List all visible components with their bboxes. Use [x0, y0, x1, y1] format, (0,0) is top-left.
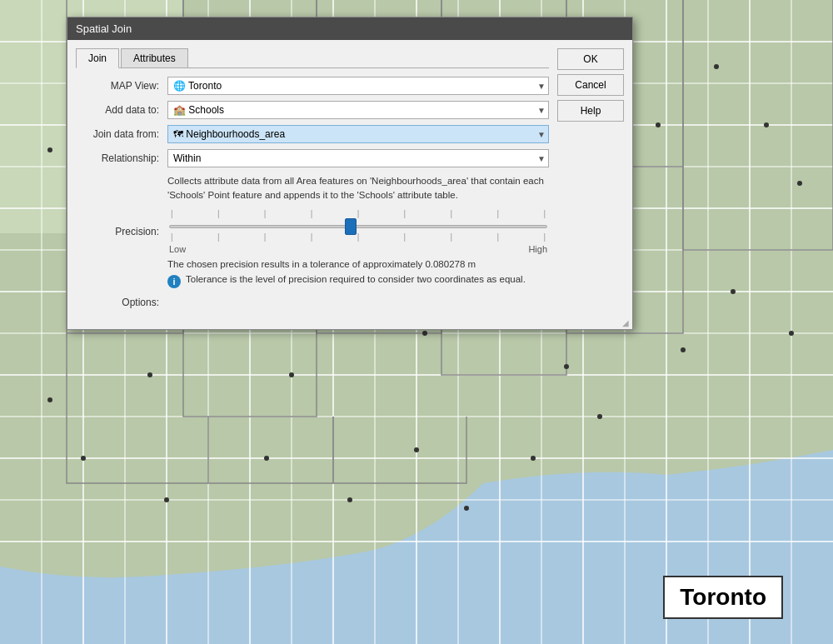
- slider-thumb[interactable]: [345, 218, 357, 235]
- map-view-select[interactable]: 🌐 Toronto: [167, 77, 549, 95]
- tick-b7: |: [451, 233, 453, 242]
- tab-attributes[interactable]: Attributes: [121, 48, 188, 67]
- tick-b2: |: [217, 233, 220, 242]
- precision-slider-wrap: | | | | | | | | |: [167, 210, 549, 254]
- svg-point-64: [789, 331, 794, 336]
- toronto-map-label: Toronto: [663, 576, 783, 619]
- slider-container[interactable]: [169, 220, 547, 233]
- svg-point-49: [714, 64, 719, 69]
- svg-point-65: [81, 456, 86, 461]
- precision-info-text: Tolerance is the level of precision requ…: [186, 274, 526, 284]
- cancel-button[interactable]: Cancel: [557, 74, 624, 96]
- tick-row-top: | | | | | | | | |: [169, 210, 547, 218]
- svg-point-47: [656, 122, 661, 127]
- slider-track: [169, 225, 547, 228]
- join-data-control: 🗺 Neighbourhoods_area ▼: [167, 125, 549, 143]
- spatial-join-dialog: Spatial Join Join Attributes MAP View:: [67, 17, 633, 330]
- svg-point-53: [147, 372, 152, 377]
- tick-8: |: [496, 210, 499, 218]
- dialog-titlebar: Spatial Join: [67, 17, 632, 40]
- precision-info-row: i Tolerance is the level of precision re…: [167, 274, 549, 288]
- tick-b6: |: [404, 233, 407, 242]
- dialog-title: Spatial Join: [76, 22, 132, 35]
- tick-b3: |: [264, 233, 267, 242]
- tick-5: |: [357, 210, 360, 218]
- dialog-buttons: OK Cancel Help: [557, 48, 624, 308]
- join-data-label: Join data from:: [76, 128, 167, 140]
- map-view-label: MAP View:: [76, 80, 167, 92]
- svg-point-60: [564, 364, 569, 369]
- svg-point-67: [264, 456, 269, 461]
- precision-tolerance-text: The chosen precision results in a tolera…: [167, 259, 549, 269]
- join-data-row: Join data from: 🗺 Neighbourhoods_area ▼: [76, 125, 549, 143]
- tick-9: |: [543, 210, 546, 218]
- svg-point-58: [422, 331, 427, 336]
- svg-point-66: [164, 497, 169, 502]
- svg-point-72: [597, 414, 602, 419]
- slider-labels: Low High: [169, 244, 547, 254]
- dialog-body: Join Attributes MAP View: 🌐 Toronto ▼: [67, 40, 632, 317]
- tick-2: |: [217, 210, 220, 218]
- add-data-row: Add data to: 🏫 Schools ▼: [76, 101, 549, 119]
- help-button[interactable]: Help: [557, 100, 624, 122]
- svg-point-70: [464, 506, 469, 511]
- join-data-select-wrapper: 🗺 Neighbourhoods_area ▼: [167, 125, 549, 143]
- map-view-select-wrapper: 🌐 Toronto ▼: [167, 77, 549, 95]
- precision-label: Precision:: [76, 226, 167, 237]
- relationship-row: Relationship: Within ▼: [76, 149, 549, 167]
- map-view-control: 🌐 Toronto ▼: [167, 77, 549, 95]
- relationship-label: Relationship:: [76, 152, 167, 164]
- ok-button[interactable]: OK: [557, 48, 624, 70]
- tick-b4: |: [311, 233, 313, 242]
- join-data-select[interactable]: 🗺 Neighbourhoods_area: [167, 125, 549, 143]
- description-text: Collects attribute data from all Area fe…: [167, 174, 549, 203]
- svg-point-56: [289, 372, 294, 377]
- precision-row: Precision: | | | | | | | | |: [76, 210, 549, 254]
- tab-bar: Join Attributes: [76, 48, 549, 68]
- tab-join[interactable]: Join: [76, 48, 119, 68]
- add-data-label: Add data to:: [76, 104, 167, 116]
- info-icon: i: [167, 275, 181, 288]
- dialog-main-content: Join Attributes MAP View: 🌐 Toronto ▼: [76, 48, 549, 308]
- slider-low-label: Low: [169, 244, 186, 254]
- relationship-control: Within ▼: [167, 149, 549, 167]
- tick-b5: |: [357, 233, 360, 242]
- options-row: Options:: [76, 297, 549, 308]
- tick-3: |: [264, 210, 267, 218]
- svg-point-71: [531, 456, 536, 461]
- tick-b8: |: [496, 233, 499, 242]
- resize-handle[interactable]: ◢: [67, 317, 632, 329]
- options-label: Options:: [76, 297, 167, 308]
- svg-point-51: [797, 181, 802, 186]
- add-data-select-wrapper: 🏫 Schools ▼: [167, 101, 549, 119]
- tick-row-bottom: | | | | | | | | |: [169, 233, 547, 242]
- tick-b1: |: [171, 233, 173, 242]
- tick-7: |: [451, 210, 453, 218]
- relationship-select[interactable]: Within: [167, 149, 549, 167]
- slider-high-label: High: [528, 244, 547, 254]
- map-view-row: MAP View: 🌐 Toronto ▼: [76, 77, 549, 95]
- svg-point-63: [731, 289, 736, 294]
- svg-point-50: [764, 122, 769, 127]
- tick-4: |: [311, 210, 313, 218]
- svg-point-36: [47, 147, 52, 152]
- svg-point-54: [47, 397, 52, 402]
- add-data-select[interactable]: 🏫 Schools: [167, 101, 549, 119]
- svg-point-62: [681, 347, 686, 352]
- add-data-control: 🏫 Schools ▼: [167, 101, 549, 119]
- relationship-select-wrapper: Within ▼: [167, 149, 549, 167]
- tick-6: |: [404, 210, 407, 218]
- svg-point-68: [347, 497, 352, 502]
- tick-b9: |: [543, 233, 546, 242]
- tick-1: |: [171, 210, 173, 218]
- svg-point-69: [414, 447, 419, 452]
